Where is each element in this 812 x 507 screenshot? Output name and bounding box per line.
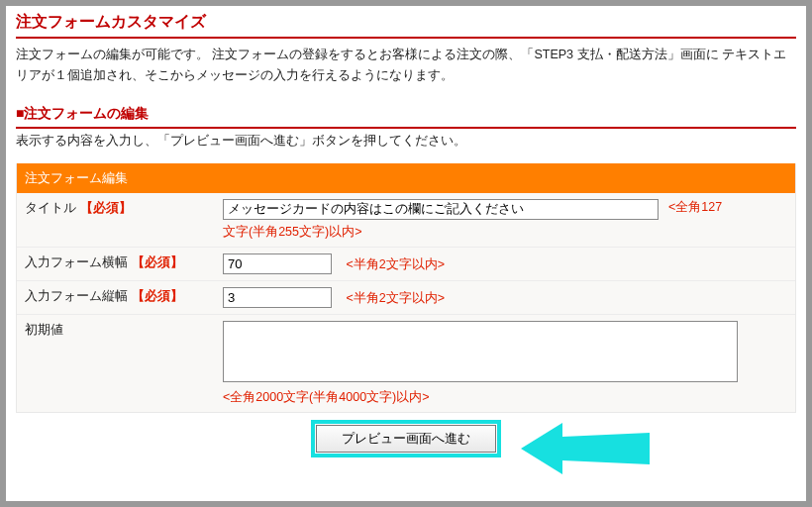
label-height: 入力フォーム縦幅 【必須】 — [17, 280, 215, 314]
cell-initial: <全角2000文字(半角4000文字)以内> — [215, 314, 795, 412]
arrow-icon — [521, 419, 650, 478]
width-input[interactable] — [223, 254, 332, 274]
cell-width: <半角2文字以内> — [215, 247, 795, 280]
page-title: 注文フォームカスタマイズ — [16, 12, 796, 39]
required-marker: 【必須】 — [80, 200, 132, 215]
row-width: 入力フォーム横幅 【必須】 <半角2文字以内> — [17, 247, 795, 280]
section-desc: 表示する内容を入力し、「プレビュー画面へ進む」ボタンを押してください。 — [16, 133, 796, 150]
cell-title: <全角127 文字(半角255文字)以内> — [215, 193, 795, 248]
title-input[interactable] — [223, 199, 659, 220]
title-hint-below: 文字(半角255文字)以内> — [223, 224, 787, 241]
label-title: タイトル 【必須】 — [17, 193, 215, 248]
label-width-text: 入力フォーム横幅 — [25, 254, 128, 269]
row-initial: 初期値 <全角2000文字(半角4000文字)以内> — [17, 314, 795, 412]
intro-text: 注文フォームの編集が可能です。 注文フォームの登録をするとお客様による注文の際、… — [16, 45, 796, 87]
panel-header: 注文フォーム編集 — [17, 163, 795, 193]
row-height: 入力フォーム縦幅 【必須】 <半角2文字以内> — [17, 280, 795, 314]
initial-hint: <全角2000文字(半角4000文字)以内> — [223, 389, 787, 406]
label-title-text: タイトル — [25, 200, 76, 215]
svg-marker-0 — [521, 423, 650, 474]
form-panel: 注文フォーム編集 タイトル 【必須】 <全角127 文字(半角255文字)以内> — [16, 163, 796, 413]
cell-height: <半角2文字以内> — [215, 280, 795, 314]
required-marker: 【必須】 — [132, 254, 183, 269]
label-height-text: 入力フォーム縦幅 — [25, 288, 128, 303]
form-table: タイトル 【必須】 <全角127 文字(半角255文字)以内> 入力フォーム横幅… — [17, 193, 795, 412]
initial-textarea[interactable] — [223, 321, 738, 382]
page-frame: 注文フォームカスタマイズ 注文フォームの編集が可能です。 注文フォームの登録をす… — [6, 6, 806, 501]
width-hint: <半角2文字以内> — [346, 257, 445, 271]
label-initial: 初期値 — [17, 314, 215, 412]
required-marker: 【必須】 — [132, 288, 183, 303]
submit-wrap: プレビュー画面へ進む — [16, 425, 796, 494]
title-hint-right: <全角127 — [668, 199, 722, 216]
section-title: ■注文フォームの編集 — [16, 105, 796, 129]
label-width: 入力フォーム横幅 【必須】 — [17, 247, 215, 280]
height-input[interactable] — [223, 287, 332, 308]
row-title: タイトル 【必須】 <全角127 文字(半角255文字)以内> — [17, 193, 795, 248]
preview-button[interactable]: プレビュー画面へ進む — [316, 425, 496, 453]
height-hint: <半角2文字以内> — [346, 291, 445, 305]
